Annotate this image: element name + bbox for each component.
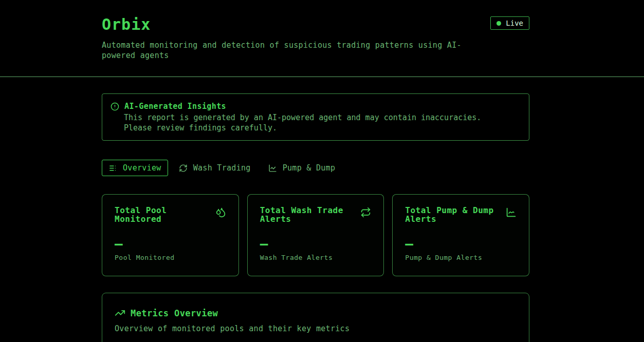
repeat-icon	[360, 207, 371, 218]
metrics-overview-header: Metrics Overview	[115, 308, 517, 318]
tab-label: Overview	[123, 163, 161, 173]
ai-insights-banner: AI-Generated Insights This report is gen…	[102, 93, 529, 141]
refresh-icon	[179, 164, 188, 173]
card-title: Total Pump & Dump Alerts	[405, 206, 498, 223]
alert-circle-icon	[111, 102, 119, 111]
ai-insights-header: AI-Generated Insights	[111, 101, 521, 111]
live-dot-icon	[496, 21, 501, 26]
tab-overview[interactable]: Overview	[102, 160, 168, 176]
card-value: —	[115, 237, 226, 251]
card-header: Total Pool Monitored	[115, 206, 226, 223]
app-title: Orbix	[102, 16, 529, 33]
ai-insights-body-line: This report is generated by an AI-powere…	[124, 112, 521, 123]
tab-pump-and-dump[interactable]: Pump & Dump	[262, 160, 342, 176]
app-subtitle-line: Automated monitoring and detection of su…	[102, 40, 529, 50]
card-subtitle: Pool Monitored	[115, 254, 226, 261]
tab-label: Wash Trading	[193, 163, 251, 173]
main-content: AI-Generated Insights This report is gen…	[0, 77, 644, 342]
chart-line-icon	[268, 164, 277, 173]
metrics-overview-title: Metrics Overview	[131, 308, 218, 318]
live-badge-label: Live	[506, 19, 523, 27]
droplets-icon	[215, 207, 226, 218]
ai-insights-body-line: Please review findings carefully.	[124, 123, 521, 133]
tab-wash-trading[interactable]: Wash Trading	[172, 160, 257, 176]
card-header: Total Wash Trade Alerts	[260, 206, 372, 223]
ai-insights-body: This report is generated by an AI-powere…	[124, 112, 521, 133]
page-header: Orbix Automated monitoring and detection…	[0, 0, 644, 77]
card-title: Total Wash Trade Alerts	[260, 206, 353, 223]
tab-label: Pump & Dump	[283, 163, 336, 173]
card-subtitle: Wash Trade Alerts	[260, 254, 372, 261]
ai-insights-title: AI-Generated Insights	[124, 101, 226, 111]
card-total-pump-dump-alerts: Total Pump & Dump Alerts — Pump & Dump A…	[392, 194, 529, 276]
chart-line-icon	[506, 207, 517, 218]
trending-up-icon	[115, 308, 125, 318]
card-subtitle: Pump & Dump Alerts	[405, 254, 517, 261]
card-total-wash-trade-alerts: Total Wash Trade Alerts — Wash Trade Ale…	[247, 194, 384, 276]
card-value: —	[260, 237, 372, 251]
stat-cards-row: Total Pool Monitored — Pool Monitored To…	[102, 194, 529, 276]
card-total-pool-monitored: Total Pool Monitored — Pool Monitored	[102, 194, 239, 276]
metrics-overview-subtitle: Overview of monitored pools and their ke…	[115, 324, 517, 333]
card-header: Total Pump & Dump Alerts	[405, 206, 517, 223]
tab-bar: Overview Wash Trading Pump & Dump	[102, 160, 529, 176]
app-subtitle-line: powered agents	[102, 50, 529, 61]
card-title: Total Pool Monitored	[115, 206, 207, 223]
app-subtitle: Automated monitoring and detection of su…	[102, 40, 529, 61]
metrics-overview-section: Metrics Overview Overview of monitored p…	[102, 293, 529, 342]
logs-icon	[108, 164, 117, 173]
card-value: —	[405, 237, 517, 251]
live-status-badge: Live	[490, 16, 529, 30]
